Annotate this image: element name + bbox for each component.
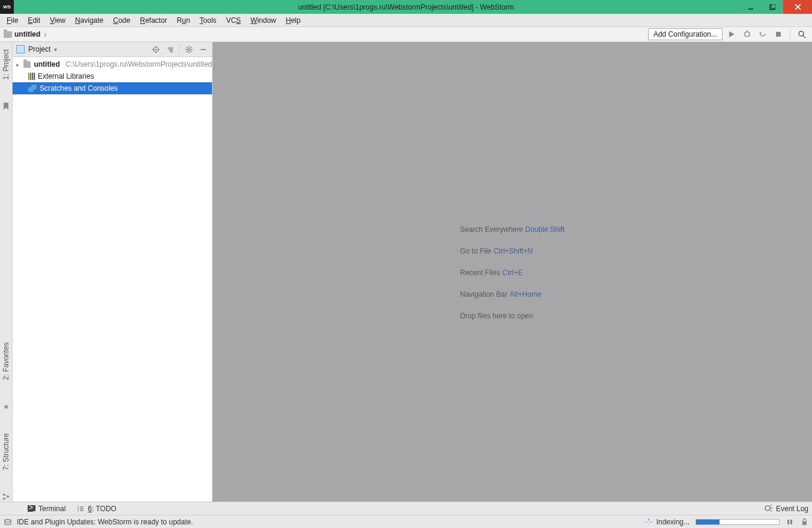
menu-run[interactable]: Run (172, 15, 194, 26)
status-indexing: Indexing... (656, 518, 689, 526)
tab-terminal[interactable]: >_ Terminal (27, 505, 65, 513)
menu-help[interactable]: Help (282, 15, 305, 26)
add-configuration-button[interactable]: Add Configuration... (648, 28, 723, 40)
hint-go-to-file: Go to File Ctrl+Shift+N (460, 246, 565, 255)
todo-icon (76, 505, 85, 513)
breadcrumb-name: untitled (14, 30, 40, 38)
svg-line-15 (803, 35, 805, 38)
chevron-down-icon[interactable]: ▾ (54, 46, 57, 53)
breadcrumb[interactable]: untitled › (4, 29, 48, 39)
svg-rect-2 (771, 4, 775, 8)
structure-icon[interactable] (1, 492, 11, 502)
menu-refactor[interactable]: Refactor (136, 15, 171, 26)
tab-structure[interactable]: 7: Structure (1, 429, 11, 474)
hint-drop-files: Drop files here to open (460, 311, 565, 320)
minimize-button[interactable] (740, 0, 762, 14)
svg-marker-5 (729, 31, 735, 37)
svg-line-51 (8, 521, 11, 523)
terminal-icon: >_ (27, 505, 35, 513)
svg-line-36 (190, 51, 192, 52)
svg-rect-16 (3, 494, 5, 496)
svg-point-30 (187, 48, 190, 50)
svg-rect-56 (787, 520, 789, 524)
lock-icon[interactable] (800, 518, 808, 526)
navigation-bar: untitled › Add Configuration... (0, 27, 812, 42)
project-view-icon (16, 45, 25, 53)
maximize-button[interactable] (762, 0, 783, 14)
bookmark-icon[interactable] (1, 102, 11, 111)
svg-point-48 (765, 506, 770, 511)
tree-root-name: untitled (34, 60, 59, 68)
close-button[interactable] (783, 0, 812, 14)
folder-icon (23, 61, 31, 68)
tree-root[interactable]: ▸ untitled C:\Users\1progs.ru\WebstormPr… (13, 58, 212, 70)
notifications-icon[interactable] (4, 518, 12, 526)
app-icon: WS (0, 0, 14, 14)
menu-code[interactable]: Code (109, 15, 135, 26)
svg-point-14 (799, 31, 804, 36)
svg-line-35 (186, 47, 187, 48)
project-panel-title[interactable]: Project (28, 45, 50, 53)
svg-point-22 (155, 49, 156, 50)
editor-hints: Search Everywhere Double Shift Go to Fil… (460, 224, 565, 320)
svg-line-20 (5, 497, 7, 499)
chevron-right-icon: › (44, 29, 47, 39)
star-icon[interactable]: ★ (1, 402, 11, 411)
project-tree[interactable]: ▸ untitled C:\Users\1progs.ru\WebstormPr… (13, 57, 212, 502)
project-panel-header: Project ▾ (13, 42, 212, 57)
svg-marker-12 (759, 32, 762, 34)
svg-point-6 (745, 32, 750, 37)
menu-navigate[interactable]: Navigate (71, 15, 108, 26)
titlebar: WS untitled [C:\Users\1progs.ru\Webstorm… (0, 0, 812, 14)
menu-file[interactable]: File (2, 15, 22, 26)
spinner-icon (644, 518, 653, 526)
event-log-icon (765, 505, 773, 513)
svg-rect-57 (790, 520, 792, 524)
window-title: untitled [C:\Users\1progs.ru\WebstormPro… (0, 3, 812, 11)
svg-line-38 (186, 51, 187, 52)
stop-button[interactable] (772, 28, 785, 41)
hide-panel-icon[interactable] (198, 44, 208, 55)
menu-vcs[interactable]: VCS (222, 15, 245, 26)
svg-rect-58 (802, 521, 807, 525)
menu-edit[interactable]: Edit (23, 15, 44, 26)
tree-item-label: Scratches and Consoles (40, 84, 118, 93)
menu-view[interactable]: View (46, 15, 70, 26)
svg-line-50 (5, 521, 8, 523)
svg-rect-18 (7, 496, 9, 497)
svg-line-19 (5, 494, 7, 496)
toolbar-separator (790, 29, 790, 40)
tab-todo[interactable]: 6: TODO (76, 505, 117, 513)
search-everywhere-button[interactable] (795, 28, 808, 41)
scratches-icon (28, 85, 37, 92)
menu-window[interactable]: Window (246, 15, 280, 26)
chevron-right-icon[interactable]: ▸ (16, 61, 22, 68)
window-controls (740, 0, 812, 14)
tab-project[interactable]: 1: Project (1, 46, 11, 83)
tree-external-libraries[interactable]: External Libraries (13, 70, 212, 82)
svg-line-37 (190, 47, 192, 48)
header-separator (179, 44, 180, 54)
tab-event-log[interactable]: Event Log (765, 505, 808, 513)
status-message: IDE and Plugin Updates: WebStorm is read… (17, 518, 193, 526)
menu-tools[interactable]: Tools (195, 15, 220, 26)
svg-rect-49 (5, 520, 11, 524)
hint-navigation-bar: Navigation Bar Alt+Home (460, 289, 565, 299)
svg-rect-17 (3, 498, 5, 500)
tree-scratches[interactable]: Scratches and Consoles (13, 82, 212, 94)
editor-empty-state[interactable]: Search Everywhere Double Shift Go to Fil… (213, 42, 812, 502)
locate-icon[interactable] (150, 44, 161, 55)
debug-button[interactable] (741, 28, 754, 41)
folder-icon (4, 31, 12, 38)
tree-root-path: C:\Users\1progs.ru\WebstormProjects\unti… (65, 60, 212, 68)
expand-all-icon[interactable] (165, 44, 175, 55)
pause-icon[interactable] (786, 518, 794, 526)
menubar: File Edit View Navigate Code Refactor Ru… (0, 14, 812, 27)
run-with-coverage-button[interactable] (756, 28, 769, 41)
gear-icon[interactable] (183, 44, 194, 55)
run-button[interactable] (725, 28, 738, 41)
progress-bar (695, 519, 780, 525)
statusbar: IDE and Plugin Updates: WebStorm is read… (0, 515, 812, 528)
svg-text:>_: >_ (29, 505, 35, 512)
tab-favorites[interactable]: 2: Favorites (1, 339, 11, 384)
